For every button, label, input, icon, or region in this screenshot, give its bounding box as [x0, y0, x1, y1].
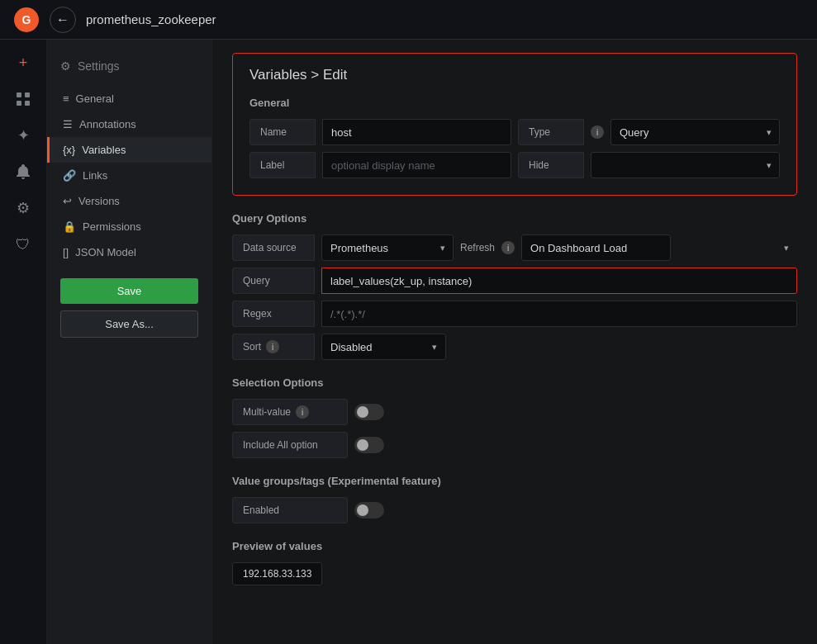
grafana-logo: G: [13, 7, 40, 33]
multi-value-info-icon[interactable]: i: [296, 405, 309, 419]
query-options-section: Query Options Data source Prometheus Ref…: [232, 212, 797, 360]
svg-rect-5: [25, 101, 30, 106]
nav-gear-icon[interactable]: ⚙: [7, 192, 40, 225]
dashboard-title: prometheus_zookeeper: [86, 12, 216, 26]
name-input[interactable]: [322, 119, 511, 145]
name-row: Name: [249, 119, 511, 145]
nav-plus-icon[interactable]: +: [7, 46, 40, 79]
sidebar-item-general[interactable]: ≡ General: [47, 86, 211, 111]
topbar: G ← prometheus_zookeeper: [0, 0, 817, 40]
sidebar-buttons: Save Save As...: [47, 265, 211, 351]
selection-options-title: Selection Options: [232, 376, 797, 389]
sidebar-item-permissions[interactable]: 🔒 Permissions: [47, 214, 211, 239]
query-input[interactable]: [321, 268, 797, 294]
sort-label: Sort i: [232, 334, 315, 360]
sort-info-icon[interactable]: i: [266, 340, 279, 353]
label-row: Label: [249, 152, 511, 178]
settings-gear-icon: ⚙: [60, 59, 71, 73]
panel-title: Variables > Edit: [249, 67, 780, 83]
refresh-label: Refresh: [460, 242, 495, 253]
multi-value-slider: [354, 404, 384, 420]
save-button[interactable]: Save: [60, 278, 198, 304]
enabled-toggle[interactable]: [354, 502, 384, 519]
type-row: Type i Query: [518, 119, 780, 145]
variables-edit-panel: Variables > Edit General Name Type i Que…: [232, 53, 797, 196]
enabled-slider: [354, 502, 384, 519]
sidebar: ⚙ Settings ≡ General ☰ Annotations {x} V…: [47, 40, 212, 644]
preview-value: 192.168.33.133: [232, 562, 322, 585]
left-nav: + ✦ ⚙ 🛡: [0, 40, 47, 644]
nav-shield-icon[interactable]: 🛡: [7, 228, 40, 261]
hide-row: Hide Label Variable: [518, 152, 780, 178]
label-label: Label: [249, 152, 316, 178]
regex-input[interactable]: [321, 301, 797, 327]
svg-rect-4: [17, 101, 21, 106]
refresh-select[interactable]: On Dashboard Load On Time Range Change N…: [521, 234, 671, 261]
preview-section: Preview of values 192.168.33.133: [232, 540, 797, 585]
label-input[interactable]: [322, 152, 511, 178]
sidebar-item-annotations[interactable]: ☰ Annotations: [47, 111, 211, 137]
type-label: Type: [518, 119, 584, 145]
sidebar-item-links[interactable]: 🔗 Links: [47, 163, 211, 188]
enabled-label: Enabled: [232, 497, 348, 523]
svg-text:G: G: [22, 13, 31, 26]
permissions-icon: 🔒: [63, 220, 76, 233]
sort-select[interactable]: Disabled Alphabetical (asc) Alphabetical…: [321, 334, 446, 360]
type-info-icon[interactable]: i: [591, 125, 604, 139]
nav-compass-icon[interactable]: ✦: [7, 119, 40, 152]
include-all-toggle[interactable]: [354, 437, 384, 453]
value-groups-title: Value groups/tags (Experimental feature): [232, 475, 797, 487]
main-layout: + ✦ ⚙ 🛡 ⚙ Settings ≡ General: [0, 40, 817, 644]
sort-row: Sort i Disabled Alphabetical (asc) Alpha…: [232, 334, 797, 360]
sidebar-item-variables[interactable]: {x} Variables: [47, 137, 211, 163]
hide-select[interactable]: Label Variable: [591, 152, 780, 178]
datasource-select[interactable]: Prometheus: [321, 234, 454, 261]
multi-value-label: Multi-value i: [232, 399, 348, 425]
name-label: Name: [249, 119, 316, 145]
type-select[interactable]: Query: [610, 119, 780, 145]
value-groups-section: Value groups/tags (Experimental feature)…: [232, 475, 797, 523]
general-section-label: General: [249, 97, 780, 109]
hide-label: Hide: [518, 152, 584, 178]
query-options-title: Query Options: [232, 212, 797, 225]
sidebar-item-json-model[interactable]: [] JSON Model: [47, 239, 211, 265]
preview-title: Preview of values: [232, 540, 797, 552]
nav-grid-icon[interactable]: [7, 83, 40, 116]
general-icon: ≡: [63, 92, 69, 105]
datasource-row: Data source Prometheus Refresh i On Dash…: [232, 234, 797, 261]
nav-bell-icon[interactable]: [7, 155, 40, 188]
include-all-label: Include All option: [232, 432, 348, 458]
svg-rect-2: [17, 92, 21, 97]
save-as-button[interactable]: Save As...: [60, 310, 198, 338]
links-icon: 🔗: [63, 169, 76, 182]
query-row: Query: [232, 268, 797, 294]
regex-row: Regex: [232, 301, 797, 327]
annotations-icon: ☰: [63, 118, 73, 130]
include-all-slider: [354, 437, 384, 453]
multi-value-toggle[interactable]: [354, 404, 384, 420]
datasource-label: Data source: [232, 234, 315, 261]
general-form: Name Type i Query Label: [249, 119, 780, 178]
selection-options-section: Selection Options Multi-value i Include …: [232, 376, 797, 458]
json-model-icon: []: [63, 246, 69, 258]
refresh-info-icon[interactable]: i: [501, 241, 515, 254]
variables-icon: {x}: [63, 144, 75, 156]
content-area: Variables > Edit General Name Type i Que…: [212, 40, 817, 644]
regex-label: Regex: [232, 301, 315, 327]
query-row-label: Query: [232, 268, 315, 294]
back-button[interactable]: ←: [50, 7, 76, 33]
versions-icon: ↩: [63, 195, 72, 207]
include-all-row: Include All option: [232, 432, 797, 458]
svg-rect-3: [25, 92, 30, 97]
sort-label-text: Sort: [243, 341, 261, 353]
back-icon: ←: [56, 12, 69, 27]
multi-value-row: Multi-value i: [232, 399, 797, 425]
sidebar-item-versions[interactable]: ↩ Versions: [47, 188, 211, 214]
enabled-row: Enabled: [232, 497, 797, 523]
sidebar-section-title: ⚙ Settings: [47, 53, 211, 86]
